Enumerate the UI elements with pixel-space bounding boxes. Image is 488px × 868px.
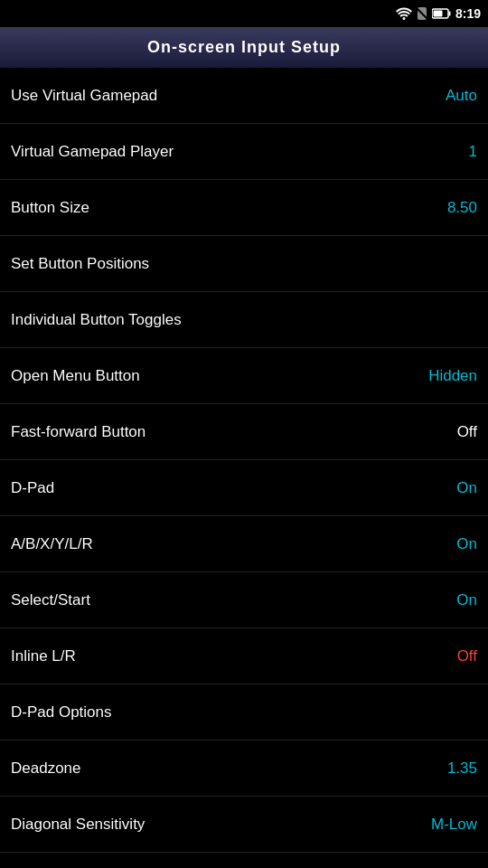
setting-row-individual-button-toggles[interactable]: Individual Button Toggles [0, 292, 488, 348]
setting-label-use-virtual-gamepad: Use Virtual Gamepad [11, 87, 157, 105]
setting-value-use-virtual-gamepad: Auto [446, 87, 477, 105]
setting-value-deadzone: 1.35 [447, 760, 477, 778]
status-icons: 8:19 [396, 6, 481, 21]
svg-rect-3 [448, 12, 450, 16]
setting-row-button-size[interactable]: Button Size8.50 [0, 180, 488, 236]
setting-value-fast-forward-button: Off [457, 423, 477, 441]
title-bar: On-screen Input Setup [0, 27, 488, 68]
setting-row-virtual-gamepad-player[interactable]: Virtual Gamepad Player1 [0, 124, 488, 180]
setting-label-select-start: Select/Start [11, 591, 90, 609]
no-sim-icon [416, 7, 428, 20]
setting-label-diagonal-sensitivity: Diagonal Sensitivity [11, 816, 145, 834]
setting-row-set-button-positions[interactable]: Set Button Positions [0, 236, 488, 292]
setting-value-diagonal-sensitivity: M-Low [431, 816, 477, 834]
setting-label-individual-button-toggles: Individual Button Toggles [11, 311, 182, 329]
svg-rect-4 [433, 11, 442, 17]
setting-label-abxylr: A/B/X/Y/L/R [11, 535, 93, 553]
setting-label-set-button-positions: Set Button Positions [11, 255, 149, 273]
setting-row-use-virtual-gamepad[interactable]: Use Virtual GamepadAuto [0, 68, 488, 124]
battery-icon [432, 8, 452, 19]
setting-value-virtual-gamepad-player: 1 [469, 143, 477, 161]
wifi-icon [396, 7, 412, 20]
setting-label-deadzone: Deadzone [11, 760, 81, 778]
status-bar: 8:19 [0, 0, 488, 27]
setting-row-open-menu-button[interactable]: Open Menu ButtonHidden [0, 348, 488, 404]
setting-label-fast-forward-button: Fast-forward Button [11, 423, 145, 441]
page-title: On-screen Input Setup [147, 38, 341, 57]
setting-row-diagonal-sensitivity[interactable]: Diagonal SensitivityM-Low [0, 797, 488, 853]
setting-row-abxylr[interactable]: A/B/X/Y/L/ROn [0, 516, 488, 572]
setting-value-abxylr: On [456, 535, 477, 553]
setting-row-deadzone[interactable]: Deadzone1.35 [0, 741, 488, 797]
setting-row-d-pad[interactable]: D-PadOn [0, 460, 488, 516]
setting-label-open-menu-button: Open Menu Button [11, 367, 140, 385]
setting-value-select-start: On [456, 591, 477, 609]
setting-row-inline-lr[interactable]: Inline L/ROff [0, 628, 488, 684]
setting-label-button-size: Button Size [11, 199, 89, 217]
setting-label-inline-lr: Inline L/R [11, 647, 76, 665]
setting-value-d-pad: On [456, 479, 477, 497]
setting-value-inline-lr: Off [457, 647, 477, 665]
setting-row-select-start[interactable]: Select/StartOn [0, 572, 488, 628]
setting-value-button-size: 8.50 [447, 199, 477, 217]
setting-value-open-menu-button: Hidden [428, 367, 477, 385]
settings-list: Use Virtual GamepadAutoVirtual Gamepad P… [0, 68, 488, 853]
setting-label-d-pad: D-Pad [11, 479, 54, 497]
setting-label-d-pad-options: D-Pad Options [11, 703, 112, 722]
setting-row-fast-forward-button[interactable]: Fast-forward ButtonOff [0, 404, 488, 460]
setting-label-virtual-gamepad-player: Virtual Gamepad Player [11, 143, 174, 161]
status-time: 8:19 [455, 6, 481, 21]
setting-row-d-pad-options[interactable]: D-Pad Options [0, 684, 488, 741]
